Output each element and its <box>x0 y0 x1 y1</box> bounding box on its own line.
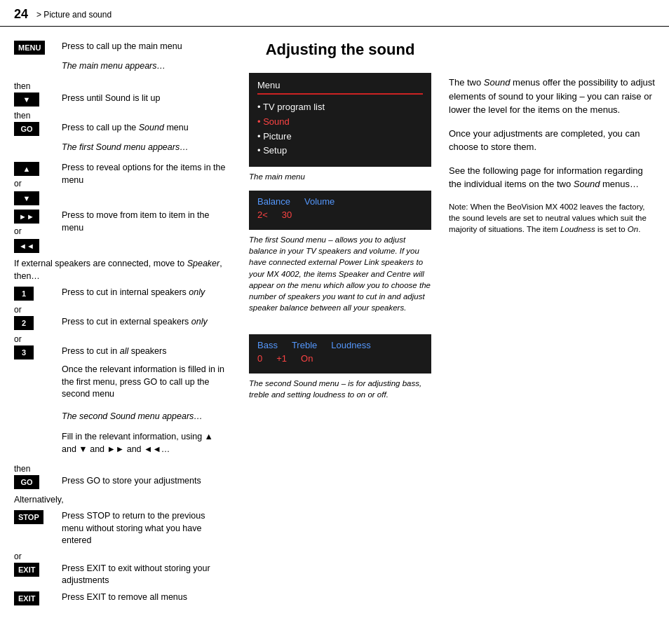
arrow-down-btn-area: ▼ <box>14 93 56 107</box>
speaker-intro-text: If external speakers are connected, move… <box>14 257 228 282</box>
main-menu-appears-row: The main menu appears… <box>14 59 228 77</box>
volume-label: Volume <box>304 196 334 207</box>
exit-btn-area-2: EXIT <box>14 591 56 605</box>
then-label-3: then <box>14 464 228 474</box>
left-column: MENU Press to call up the main menu The … <box>14 41 238 610</box>
right-column: The two Sound menus offer the possibilit… <box>442 41 655 610</box>
middle-column: Adjusting the sound Menu TV program list… <box>238 41 442 610</box>
exit-remove-row: EXIT Press EXIT to remove all menus <box>14 591 228 605</box>
or-label-4: or <box>14 334 228 344</box>
menu-item-sound: Sound <box>257 115 423 130</box>
num2-text: Press to cut in external speakers only <box>62 316 228 329</box>
num2-button[interactable]: 2 <box>14 316 34 330</box>
go-store-text: Press GO to store your adjustments <box>62 475 228 488</box>
first-sound-appears-text: The first Sound menu appears… <box>62 142 228 154</box>
menu-btn-area: MENU <box>14 41 56 55</box>
stop-row: STOP Press STOP to return to the previou… <box>14 510 228 547</box>
num3-button[interactable]: 3 <box>14 345 34 359</box>
exit-remove-text: Press EXIT to remove all menus <box>62 591 228 604</box>
num1-button[interactable]: 1 <box>14 287 34 301</box>
sound-values-2: 0 +1 On <box>257 353 423 364</box>
fill-in-text: Fill in the relevant information, using … <box>62 431 228 455</box>
balance-label: Balance <box>257 196 290 207</box>
arrow-ff-rr-row: ►► or ◄◄ Press to move from item to item… <box>14 210 228 253</box>
balance-value: 2< <box>257 210 268 220</box>
menu-caption: The main menu <box>249 171 431 182</box>
second-sound-appears-text: The second Sound menu appears… <box>62 411 228 423</box>
arrow-up-reveal-row: ▲ or ▼ Press to reveal options for the i… <box>14 162 228 205</box>
go-btn-area-2: GO <box>14 475 56 489</box>
num3-text: Press to cut in all speakers <box>62 345 228 358</box>
stop-btn-area: STOP <box>14 510 56 524</box>
bass-label: Bass <box>257 340 278 350</box>
first-sound-appears-row: The first Sound menu appears… <box>14 140 228 158</box>
num2-btn-area: 2 <box>14 316 56 330</box>
second-sound-appears-row: The second Sound menu appears… <box>14 409 228 427</box>
main-menu-image: Menu TV program list Sound Picture Setup <box>249 73 431 167</box>
press-until-sound-text: Press until Sound is lit up <box>62 93 228 105</box>
sound-row-1: Balance Volume <box>257 196 423 207</box>
breadcrumb-text: > Picture and sound <box>36 10 112 20</box>
menu-button[interactable]: MENU <box>14 41 45 55</box>
page-title: Adjusting the sound <box>249 41 431 62</box>
exit-button-1[interactable]: EXIT <box>14 563 39 577</box>
arrow-ff-button[interactable]: ►► <box>14 210 39 224</box>
press-go-sound-text: Press to call up the Sound menu <box>62 122 228 135</box>
go-btn-area-1: GO <box>14 122 56 136</box>
menu-button-row: MENU Press to call up the main menu <box>14 41 228 55</box>
press-move-item-text: Press to move from item to item in the m… <box>62 210 228 234</box>
or-label-3: or <box>14 305 228 315</box>
exit-button-2[interactable]: EXIT <box>14 591 39 605</box>
go-button-1[interactable]: GO <box>14 122 39 136</box>
once-relevant-text: Once the relevant information is filled … <box>62 364 228 401</box>
num1-btn-area: 1 <box>14 287 56 301</box>
exit-btn-area-1: EXIT <box>14 563 56 577</box>
menu-title: Menu <box>257 80 423 95</box>
main-menu-appears-text: The main menu appears… <box>62 60 228 73</box>
arrow-rr-button[interactable]: ◄◄ <box>14 239 39 253</box>
exit-adj-row: EXIT Press EXIT to exit without storing … <box>14 563 228 587</box>
second-sound-menu-image: Bass Treble Loudness 0 +1 On <box>249 334 431 374</box>
arrow-down-button-2[interactable]: ▼ <box>14 191 39 205</box>
right-para-3: See the following page for information r… <box>449 164 655 191</box>
page-number: 24 <box>14 7 28 22</box>
then-label-1: then <box>14 81 228 91</box>
right-note: Note: When the BeoVision MX 4002 leaves … <box>449 201 655 235</box>
stop-button[interactable]: STOP <box>14 510 43 524</box>
or-label-5: or <box>14 551 228 561</box>
main-content: MENU Press to call up the main menu The … <box>0 27 669 624</box>
page-header: 24 > Picture and sound <box>0 0 669 27</box>
arrow-down-button[interactable]: ▼ <box>14 93 39 107</box>
num1-text: Press to cut in internal speakers only <box>62 287 228 299</box>
bass-value: 0 <box>257 353 262 364</box>
menu-item-tv: TV program list <box>257 100 423 115</box>
go-store-row: GO Press GO to store your adjustments <box>14 475 228 489</box>
treble-value: +1 <box>276 353 287 364</box>
go-sound-row: GO Press to call up the Sound menu <box>14 122 228 136</box>
alternatively-text: Alternatively, <box>14 493 228 506</box>
menu-item-picture: Picture <box>257 130 423 144</box>
page-container: 24 > Picture and sound MENU Press to cal… <box>0 0 669 644</box>
treble-label: Treble <box>292 340 317 350</box>
loudness-value: On <box>301 353 313 364</box>
first-sound-menu-image: Balance Volume 2< 30 <box>249 191 431 230</box>
right-para-2: Once your adjustments are completed, you… <box>449 127 655 154</box>
sound-menu2-caption: The second Sound menu – is for adjusting… <box>249 378 431 400</box>
menu-item-setup: Setup <box>257 144 423 158</box>
arrow-up-button[interactable]: ▲ <box>14 162 39 176</box>
right-para-1: The two Sound menus offer the possibilit… <box>449 76 655 117</box>
stop-text: Press STOP to return to the previous men… <box>62 510 228 547</box>
exit-adj-text: Press EXIT to exit without storing your … <box>62 563 228 587</box>
sound-row-2: Bass Treble Loudness <box>257 340 423 350</box>
num3-row: 3 Press to cut in all speakers <box>14 345 228 359</box>
num3-btn-area: 3 <box>14 345 56 359</box>
arrow-down-row: ▼ Press until Sound is lit up <box>14 93 228 107</box>
menu-button-text: Press to call up the main menu <box>62 41 228 53</box>
arrow-up-down-area: ▲ or ▼ <box>14 162 56 205</box>
fill-in-row: Fill in the relevant information, using … <box>14 431 228 460</box>
arrow-ff-rr-area: ►► or ◄◄ <box>14 210 56 253</box>
loudness-label: Loudness <box>331 340 370 350</box>
go-button-2[interactable]: GO <box>14 475 39 489</box>
num2-row: 2 Press to cut in external speakers only <box>14 316 228 330</box>
or-label-2: or <box>14 226 22 236</box>
